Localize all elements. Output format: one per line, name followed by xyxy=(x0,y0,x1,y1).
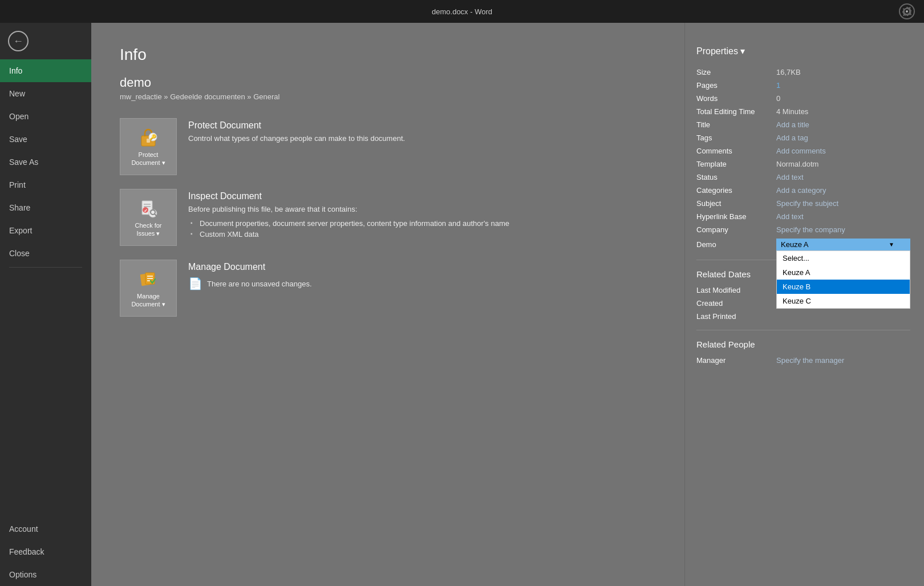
prop-value-comments[interactable]: Add comments xyxy=(776,147,910,155)
prop-row-hyperlink: Hyperlink Base Add text xyxy=(696,212,910,221)
prop-label-status: Status xyxy=(696,173,776,181)
sidebar-item-account[interactable]: Account xyxy=(0,518,91,540)
prop-row-last-printed: Last Printed xyxy=(696,312,910,321)
lock-icon: 🔑 xyxy=(137,127,159,148)
inspect-document-content: Inspect Document Before publishing this … xyxy=(188,189,656,240)
prop-label-template: Template xyxy=(696,160,776,168)
list-item: Custom XML data xyxy=(188,229,656,240)
sidebar-item-share[interactable]: Share xyxy=(0,196,91,219)
sidebar-item-save-as[interactable]: Save As xyxy=(0,151,91,173)
doc-icon: 📄 xyxy=(188,277,202,290)
manage-document-card: ManageDocument ▾ Manage Document 📄 There… xyxy=(120,260,656,317)
prop-value-subject[interactable]: Specify the subject xyxy=(776,199,910,208)
dropdown-option-keuze-b[interactable]: Keuze B xyxy=(777,280,910,294)
dropdown-option-select[interactable]: Select... xyxy=(777,251,910,265)
prop-label-editing-time: Total Editing Time xyxy=(696,107,776,116)
title-bar: demo.docx - Word xyxy=(0,0,924,23)
prop-row-company: Company Specify the company xyxy=(696,225,910,234)
prop-value-words: 0 xyxy=(776,94,910,103)
prop-label-pages: Pages xyxy=(696,81,776,90)
sidebar-item-export[interactable]: Export xyxy=(0,219,91,242)
prop-value-title[interactable]: Add a title xyxy=(776,120,910,129)
prop-label-words: Words xyxy=(696,94,776,103)
demo-dropdown-selected[interactable]: Keuze A ▼ xyxy=(776,239,910,250)
prop-label-last-modified: Last Modified xyxy=(696,286,776,294)
protect-document-desc: Control what types of changes people can… xyxy=(188,134,656,143)
prop-value-categories[interactable]: Add a category xyxy=(776,186,910,195)
back-button[interactable]: ← xyxy=(2,25,34,57)
prop-label-company: Company xyxy=(696,225,776,234)
sidebar-item-close[interactable]: Close xyxy=(0,242,91,265)
prop-label-subject: Subject xyxy=(696,199,776,208)
svg-text:✓: ✓ xyxy=(144,208,148,213)
manage-document-content: Manage Document 📄 There are no unsaved c… xyxy=(188,260,656,290)
prop-row-words: Words 0 xyxy=(696,94,910,103)
prop-label-comments: Comments xyxy=(696,147,776,155)
manage-icon xyxy=(137,268,159,290)
prop-value-size: 16,7KB xyxy=(776,68,910,76)
prop-label-title: Title xyxy=(696,120,776,129)
sidebar-bottom: Account Feedback Options xyxy=(0,518,91,586)
inspect-document-title: Inspect Document xyxy=(188,191,656,201)
prop-label-manager: Manager xyxy=(696,356,776,365)
prop-label-created: Created xyxy=(696,299,776,308)
prop-row-comments: Comments Add comments xyxy=(696,147,910,155)
prop-value-company[interactable]: Specify the company xyxy=(776,225,910,234)
prop-value-status[interactable]: Add text xyxy=(776,173,910,181)
protect-document-button[interactable]: 🔑 ProtectDocument ▾ xyxy=(120,118,177,175)
prop-row-tags: Tags Add a tag xyxy=(696,134,910,142)
prop-label-categories: Categories xyxy=(696,186,776,195)
prop-value-manager[interactable]: Specify the manager xyxy=(776,356,910,365)
sidebar-item-open[interactable]: Open xyxy=(0,105,91,128)
main-layout: ← Info New Open Save Save As Print Share… xyxy=(0,23,924,586)
prop-row-status: Status Add text xyxy=(696,173,910,181)
prop-row-demo: Demo Keuze A ▼ Select... Keuze A Keuze B… xyxy=(696,239,910,250)
prop-value-editing-time: 4 Minutes xyxy=(776,107,910,116)
sidebar-item-info[interactable]: Info xyxy=(0,59,91,82)
prop-row-categories: Categories Add a category xyxy=(696,186,910,195)
sidebar-item-new[interactable]: New xyxy=(0,82,91,105)
related-people-title: Related People xyxy=(696,340,910,349)
prop-label-size: Size xyxy=(696,68,776,76)
demo-dropdown[interactable]: Keuze A ▼ Select... Keuze A Keuze B Keuz… xyxy=(776,239,910,250)
manage-document-button[interactable]: ManageDocument ▾ xyxy=(120,260,177,317)
prop-label-demo: Demo xyxy=(696,240,776,249)
inspect-document-list: Document properties, document server pro… xyxy=(188,218,656,240)
prop-label-last-printed: Last Printed xyxy=(696,312,776,321)
prop-divider-2 xyxy=(696,330,910,330)
sidebar-divider xyxy=(9,267,82,268)
svg-point-0 xyxy=(906,10,908,13)
prop-value-tags[interactable]: Add a tag xyxy=(776,134,910,142)
prop-value-hyperlink[interactable]: Add text xyxy=(776,212,910,221)
prop-row-editing-time: Total Editing Time 4 Minutes xyxy=(696,107,910,116)
sidebar-item-options[interactable]: Options xyxy=(0,563,91,586)
svg-point-10 xyxy=(149,209,157,217)
prop-row-title: Title Add a title xyxy=(696,120,910,129)
protect-document-card: 🔑 ProtectDocument ▾ Protect Document Con… xyxy=(120,118,656,175)
content-area: Info demo mw_redactie » Gedeelde documen… xyxy=(91,23,684,586)
settings-icon[interactable] xyxy=(899,3,915,19)
prop-value-template: Normal.dotm xyxy=(776,160,910,168)
back-arrow-icon: ← xyxy=(8,31,29,51)
prop-row-pages: Pages 1 xyxy=(696,81,910,90)
prop-row-size: Size 16,7KB xyxy=(696,68,910,76)
prop-label-hyperlink: Hyperlink Base xyxy=(696,212,776,221)
list-item: Document properties, document server pro… xyxy=(188,218,656,229)
dropdown-option-keuze-c[interactable]: Keuze C xyxy=(777,294,910,308)
breadcrumb: mw_redactie » Gedeelde documenten » Gene… xyxy=(120,92,656,101)
prop-row-template: Template Normal.dotm xyxy=(696,160,910,168)
page-title: Info xyxy=(120,46,656,64)
doc-name: demo xyxy=(120,75,656,90)
manage-document-title: Manage Document xyxy=(188,262,656,272)
inspect-icon: ✓ xyxy=(137,197,159,219)
check-issues-button[interactable]: ✓ Check forIssues ▾ xyxy=(120,189,177,246)
svg-text:🔑: 🔑 xyxy=(149,134,157,141)
prop-label-tags: Tags xyxy=(696,134,776,142)
properties-title[interactable]: Properties ▾ xyxy=(696,46,910,56)
sidebar-item-feedback[interactable]: Feedback xyxy=(0,540,91,563)
demo-dropdown-menu: Select... Keuze A Keuze B Keuze C xyxy=(776,250,910,309)
sidebar-item-save[interactable]: Save xyxy=(0,128,91,151)
dropdown-option-keuze-a[interactable]: Keuze A xyxy=(777,265,910,280)
prop-row-subject: Subject Specify the subject xyxy=(696,199,910,208)
sidebar-item-print[interactable]: Print xyxy=(0,173,91,196)
